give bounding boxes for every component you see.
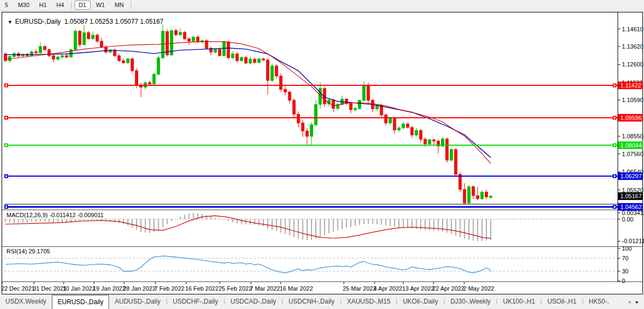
date-axis-label: 7 Mar 2022 [250, 285, 280, 292]
date-axis-label: 16 Mar 2022 [280, 285, 313, 292]
candle-body [157, 58, 160, 74]
candle-body [245, 57, 247, 63]
tab-xauusd-m15[interactable]: XAUUSD-,M15 [342, 294, 396, 309]
candle-body [131, 59, 133, 71]
candle-body [446, 139, 449, 160]
tab-usdcad-daily[interactable]: USDCAD-,Daily [225, 294, 282, 309]
tab-usoil-h1[interactable]: USOil-,H1 [542, 294, 582, 309]
line-left-marker-dot [5, 176, 7, 177]
candle-body [227, 42, 230, 58]
price-axis-label: 1.13620 [622, 43, 643, 50]
candle-body [398, 128, 401, 130]
rsi-indicator-label: RSI(14) 29.1705 [6, 248, 50, 254]
candle-body [297, 114, 300, 123]
candle-body [490, 196, 492, 198]
macd-indicator-label: MACD(12,26,9) -0.011412 -0.009011 [6, 212, 104, 218]
date-axis-label: 25 Feb 2022 [219, 285, 252, 292]
candle-body [271, 66, 274, 80]
date-axis-label: 10 Jan 2022 [63, 285, 96, 292]
price-level-label: 1.06297 [620, 173, 642, 179]
date-axis-label: 19 Jan 2022 [93, 285, 126, 292]
tab-scroll-left-icon[interactable]: ◂ [628, 299, 631, 305]
candle-body [135, 71, 138, 85]
candle-body [74, 31, 77, 50]
candle-body [39, 46, 42, 53]
candle-body [384, 115, 387, 123]
candle-body [196, 37, 199, 42]
candle-body [83, 32, 85, 44]
line-left-marker-dot [5, 206, 7, 208]
candle-body [262, 59, 265, 60]
candle-body [240, 57, 243, 61]
tab-usdchf-daily[interactable]: USDCHF-,Daily [167, 294, 223, 309]
date-axis-label: 22 Dec 2021 [1, 285, 35, 292]
tab-usdcnh-daily[interactable]: USDCNH-,Daily [283, 294, 340, 309]
chart-canvas[interactable]: 1.146101.136201.126001.115801.105901.085… [0, 0, 644, 309]
line-right-marker-dot [614, 144, 615, 146]
candle-body [419, 130, 422, 139]
line-right-marker-dot [614, 117, 615, 118]
price-axis-label: 1.14610 [622, 26, 643, 32]
candle-body [301, 123, 304, 131]
candle-body [406, 124, 409, 127]
line-right-marker-dot [614, 206, 615, 208]
tab-dj30-weekly[interactable]: DJ30-,Weekly [445, 294, 496, 309]
candle-body [306, 131, 308, 136]
symbol-name: EURUSD-,Daily [15, 18, 61, 25]
candle-body [87, 32, 90, 38]
candle-body [424, 139, 426, 144]
candle-body [280, 76, 282, 90]
line-right-marker-dot [614, 176, 615, 177]
tab-hk50-[interactable]: HK50-, [584, 294, 614, 309]
candle-body [13, 53, 16, 57]
candle-body [57, 57, 59, 59]
candle-body [236, 54, 239, 61]
candle-body [223, 42, 226, 56]
candle-body [402, 124, 405, 128]
tab-eurusd-daily[interactable]: EURUSD-,Daily [52, 295, 110, 309]
candle-body [485, 192, 488, 197]
candle-body [30, 52, 33, 56]
candle-body [100, 41, 103, 47]
candle-body [92, 35, 94, 39]
tab-uk100-h1[interactable]: UK100-,H1 [498, 294, 540, 309]
candle-body [332, 100, 335, 109]
candle-body [310, 125, 313, 136]
candle-body [293, 100, 295, 115]
line-right-marker-dot [614, 85, 615, 86]
chevron-down-icon: ▼ [8, 19, 12, 25]
candle-body [476, 196, 479, 199]
tab-ukoil-daily[interactable]: UKOil-,Daily [397, 294, 443, 309]
candle-body [432, 140, 435, 141]
candle-body [43, 46, 46, 50]
candle-body [179, 32, 182, 35]
price-axis-label: 1.08550 [622, 133, 643, 139]
candle-body [188, 39, 191, 41]
date-axis-label: 7 Feb 2022 [154, 285, 185, 292]
date-axis-label: 22 Apr 2022 [432, 285, 464, 292]
candle-body [411, 127, 413, 135]
candle-body [467, 187, 470, 203]
chart-symbol-title[interactable]: ▼EURUSD-,Daily 1.05087 1.05253 1.05077 1… [8, 18, 164, 25]
candle-body [48, 50, 51, 56]
candle-body [113, 50, 116, 56]
tab-usdx-weekly[interactable]: USDX,Weekly [0, 294, 52, 309]
rsi-scale-label: 100 [622, 245, 632, 252]
candle-body [275, 66, 278, 76]
candle-body [257, 59, 260, 63]
price-axis-label: 1.10590 [622, 97, 643, 103]
rsi-scale-label: 70 [622, 255, 628, 261]
candle-body [480, 192, 483, 199]
candle-body [122, 61, 125, 63]
line-left-marker-dot [5, 117, 7, 118]
candle-body [214, 50, 216, 52]
candle-body [463, 190, 466, 203]
candle-body [455, 150, 457, 174]
symbol-tab-bar: USDX,WeeklyEURUSD-,DailyAUDUSD-,Daily|US… [0, 294, 644, 309]
tab-scroll-right-icon[interactable]: ▸ [636, 299, 639, 305]
candle-body [78, 31, 81, 45]
date-axis-label: 31 Dec 2021 [33, 285, 66, 292]
macd-scale-label: -0.012118 [622, 238, 644, 244]
tab-audusd-daily[interactable]: AUDUSD-,Daily [109, 294, 166, 309]
rsi-scale-label: 30 [622, 268, 628, 274]
